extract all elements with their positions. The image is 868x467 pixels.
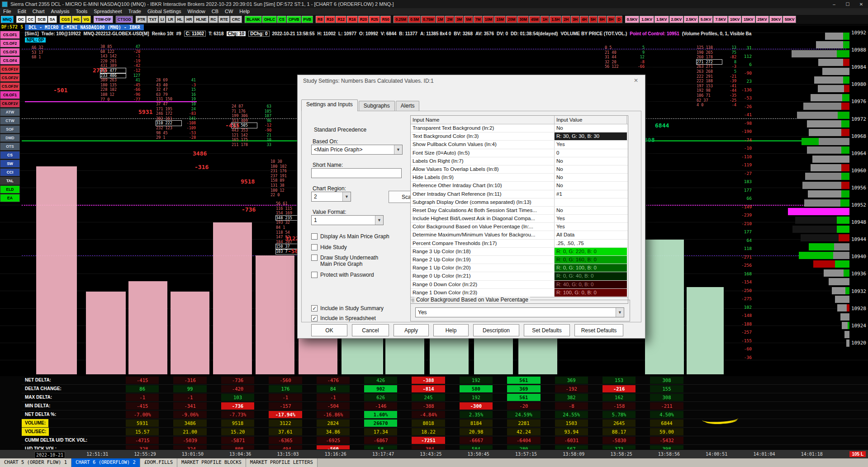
toolbar-button-5h[interactable]: 5H xyxy=(589,16,598,23)
dialog-tab-subgraphs[interactable]: Subgraphs xyxy=(359,101,395,111)
sidebar-button-sof[interactable]: SOF xyxy=(0,125,20,133)
toolbar-button-2m[interactable]: 2M xyxy=(445,16,454,23)
toolbar-button-rc[interactable]: RC xyxy=(209,16,218,23)
toolbar-button-2-5kv[interactable]: 2.5KV xyxy=(684,16,698,23)
based-on-select[interactable]: <Main Price Graph> ▼ xyxy=(311,145,403,155)
toolbar-button-blank[interactable]: BLANK xyxy=(245,16,262,23)
toolbar-button-cpvb[interactable]: CPVB xyxy=(287,16,301,23)
dialog-tab-settings-and-inputs[interactable]: Settings and Inputs xyxy=(301,99,358,111)
toolbar-button-50kv[interactable]: 50KV xyxy=(783,16,796,23)
menu-item-spreadsheet[interactable]: Spreadsheet xyxy=(90,8,125,15)
menu-item-window[interactable]: Window xyxy=(185,8,209,15)
chart-tab-market-profile-blocks[interactable]: MARKET PROFILE BLOCKS xyxy=(177,458,246,467)
toolbar-button-0-5m[interactable]: 0.5M xyxy=(408,16,421,23)
toolbar-button-25kv[interactable]: 25KV xyxy=(756,16,769,23)
toolbar-button-hl[interactable]: HL xyxy=(175,16,184,23)
toolbar-button-2-0kv[interactable]: 2.0KV xyxy=(669,16,684,23)
toolbar-button-15kv[interactable]: 15KV xyxy=(742,16,755,23)
menu-item-file[interactable]: File xyxy=(0,8,14,15)
chart-tab-dom-fills[interactable]: £DOM.FILLS xyxy=(140,458,177,467)
input-row[interactable]: Reference Other Intraday Chart (In:10)No xyxy=(411,182,628,190)
menu-item-chart[interactable]: Chart xyxy=(29,8,48,15)
toolbar-button-hr[interactable]: HR xyxy=(185,16,194,23)
toolbar-button-4h[interactable]: 4H xyxy=(580,16,588,23)
input-row[interactable]: Show Pullback Column Values (In:4)Yes xyxy=(411,141,628,149)
input-row[interactable]: Color Background Based on Value Percenta… xyxy=(411,223,628,231)
sidebar-button-c6-of1[interactable]: C6.OF1 xyxy=(0,91,20,99)
checkbox-hide-study[interactable]: Hide Study xyxy=(311,244,347,250)
input-value-header[interactable]: Input Value xyxy=(555,116,627,124)
toolbar-button-lr[interactable]: LR xyxy=(166,16,175,23)
toolbar-button-0-25m[interactable]: 0.25M xyxy=(394,16,408,23)
toolbar-button-tsm-o-f[interactable]: TSM-O\F xyxy=(94,16,113,23)
input-row[interactable]: Determine Maximum/Minimum Values for Bac… xyxy=(411,231,628,239)
toolbar-button-30m[interactable]: 30M xyxy=(517,16,529,23)
sidebar-button-ea[interactable]: EA xyxy=(0,194,20,202)
color-bg-select[interactable]: Yes ▼ xyxy=(415,307,624,317)
input-row[interactable]: Range 3 Up Color (In:18)R: 0, G: 220, B:… xyxy=(411,248,628,256)
toolbar-button-1-0kv[interactable]: 1.0KV xyxy=(640,16,654,23)
toolbar-button-scb[interactable]: SCB xyxy=(36,16,47,23)
toolbar-button-10kv[interactable]: 10KV xyxy=(728,16,741,23)
input-row[interactable]: Other Intraday Chart Reference (In:11)#1 xyxy=(411,190,628,198)
input-row[interactable]: Reset Day Calculations At Both Session S… xyxy=(411,207,628,215)
sidebar-button-cs-of2v[interactable]: CS.OF2V xyxy=(0,74,20,82)
input-row[interactable]: Text Background Color (In:3)R: 30, G: 30… xyxy=(411,132,628,141)
sidebar-button-cs-of4[interactable]: CS.OF4 xyxy=(0,57,20,65)
input-name-header[interactable]: Input Name xyxy=(411,116,555,124)
chart-region-select[interactable]: 2 ▼ xyxy=(311,192,351,202)
sidebar-button-cs-of1[interactable]: CS.OF1 xyxy=(0,31,20,39)
input-row[interactable]: Labels On Right (In:7)No xyxy=(411,157,628,165)
sidebar-button-c6-of1v[interactable]: C6.OF1V xyxy=(0,99,20,108)
input-row[interactable]: Subgraph Display Order (comma separated)… xyxy=(411,198,628,207)
close-button[interactable]: ✕ xyxy=(854,0,868,8)
toolbar-button-7-5kv[interactable]: 7.5KV xyxy=(713,16,728,23)
chart-tab-market-profile-letters[interactable]: MARKET PROFILE LETTERS xyxy=(246,458,318,467)
short-name-input[interactable] xyxy=(311,168,402,178)
toolbar-button-0-75m[interactable]: 0.75M xyxy=(421,16,436,23)
input-row[interactable]: Range 2 Up Color (In:19)R: 0, G: 160, B:… xyxy=(411,256,628,264)
input-row[interactable]: Font Size (0=Auto) (In:5)0 xyxy=(411,149,628,157)
toolbar-button-30kv[interactable]: 30KV xyxy=(769,16,783,23)
toolbar-button-45m[interactable]: 45M xyxy=(529,16,541,23)
input-row[interactable]: Allow Values To Overlap Labels (In:8)No xyxy=(411,165,628,174)
maximize-button[interactable]: ☐ xyxy=(841,0,854,8)
sidebar-button-atw[interactable]: ATW xyxy=(0,108,20,116)
input-row[interactable]: Hide Labels (In:9)No xyxy=(411,174,628,182)
input-row[interactable]: Range 0 Down Color (In:22)R: 40, G: 0, B… xyxy=(411,281,628,289)
chart-tab-chart-6-orderflow-2[interactable]: CHART 6 (ORDERFLOW) 2 xyxy=(71,458,140,467)
checkbox-protect-with-password[interactable]: Protect with Password xyxy=(311,272,374,278)
toolbar-button-3m[interactable]: 3M xyxy=(455,16,464,23)
toolbar-button-d[interactable]: D xyxy=(616,16,622,23)
toolbar-button-6h[interactable]: 6H xyxy=(598,16,607,23)
toolbar-button-li[interactable]: LI xyxy=(159,16,166,23)
toolbar-button-1-5kv[interactable]: 1.5KV xyxy=(655,16,669,23)
input-row[interactable]: Range 1 Down Color (In:23)R: 100, G: 0, … xyxy=(411,289,628,297)
sidebar-button-tal[interactable]: TAL xyxy=(0,177,20,185)
toolbar-button-1m[interactable]: 1M xyxy=(436,16,445,23)
menu-item-help[interactable]: Help xyxy=(236,8,253,15)
toolbar-button-rte[interactable]: RTE xyxy=(218,16,230,23)
checkbox-include-in-study-summary[interactable]: ✓Include in Study Summary xyxy=(311,305,384,311)
toolbar-button-cs[interactable]: CS xyxy=(277,16,286,23)
checkbox-draw-study-underneath-main-price-graph[interactable]: Draw Study Underneath Main Price Graph xyxy=(311,255,390,267)
menu-item-global-settings[interactable]: Global Settings xyxy=(144,8,185,15)
toolbar-button-hlne[interactable]: HLNE xyxy=(194,16,208,23)
menu-item-tools[interactable]: Tools xyxy=(73,8,91,15)
value-format-select[interactable]: 1 ▼ xyxy=(311,215,384,225)
dialog-button-reset-defaults[interactable]: Reset Defaults xyxy=(574,324,623,336)
toolbar-button-cc[interactable]: CC xyxy=(26,16,35,23)
dialog-button-apply[interactable]: Apply xyxy=(394,324,429,336)
toolbar-button-7m[interactable]: 7M xyxy=(474,16,483,23)
toolbar-button-r8[interactable]: R8 xyxy=(316,16,324,23)
toolbar-button-txt[interactable]: TXT xyxy=(147,16,158,23)
menu-item-analysis[interactable]: Analysis xyxy=(48,8,73,15)
sidebar-button-cs-of3[interactable]: CS.OF3 xyxy=(0,48,20,56)
toolbar-button-0-5kv[interactable]: 0.5KV xyxy=(625,16,640,23)
toolbar-button-8h[interactable]: 8H xyxy=(607,16,616,23)
chart-tab-chart-5-order-flow-1[interactable]: CHART 5 (ORDER FLOW) 1 xyxy=(0,458,71,467)
toolbar-button-5-0kv[interactable]: 5.0KV xyxy=(699,16,713,23)
sidebar-button-cs[interactable]: CS xyxy=(0,151,20,159)
toolbar-button-pvb[interactable]: PVB xyxy=(302,16,313,23)
toolbar-button-1h[interactable]: 1H xyxy=(541,16,549,23)
